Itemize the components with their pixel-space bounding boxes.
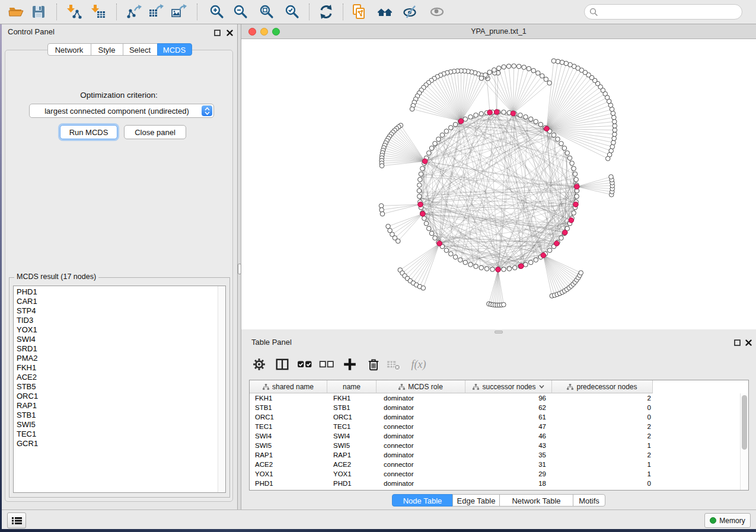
column-header-successor-nodes[interactable]: successor nodes	[465, 380, 552, 393]
tab-node-table[interactable]: Node Table	[392, 494, 453, 507]
table-row[interactable]: YOX1YOX1connector291	[250, 469, 741, 479]
table-scrollbar[interactable]	[740, 393, 748, 490]
float-window-icon[interactable]	[733, 338, 741, 347]
hide-selected-eye-slash-icon[interactable]	[401, 2, 421, 22]
table-row[interactable]: PHD1PHD1dominator180	[250, 479, 741, 488]
mcds-result-list[interactable]: PHD1CAR1STP4TID3YOX1SWI4SRD1PMA2FKH1ACE2…	[13, 286, 226, 493]
table-cell: dominator	[377, 403, 465, 412]
search-input[interactable]	[598, 7, 742, 17]
sort-chevron-icon	[539, 384, 544, 389]
column-header-mcds-role[interactable]: MCDS role	[377, 380, 465, 393]
zoom-in-icon[interactable]	[207, 2, 227, 22]
zoom-out-icon[interactable]	[231, 2, 251, 22]
tab-style[interactable]: Style	[91, 43, 123, 56]
optimization-criterion-dropdown[interactable]: largest connected component (undirected)	[29, 104, 214, 118]
delete-column-trash-icon[interactable]	[365, 355, 382, 373]
deselect-all-icon[interactable]	[318, 355, 336, 373]
add-column-icon[interactable]	[341, 355, 359, 373]
close-panel-icon[interactable]	[744, 338, 752, 347]
hierarchy-icon	[398, 384, 405, 390]
first-neighbors-houses-icon[interactable]	[375, 2, 395, 22]
close-panel-icon[interactable]	[225, 28, 234, 37]
search-box[interactable]	[584, 4, 742, 20]
mcds-result-item[interactable]: PHD1	[14, 287, 218, 297]
table-row[interactable]: FKH1FKH1dominator962	[250, 393, 741, 403]
tab-network[interactable]: Network	[47, 43, 91, 56]
mcds-result-item[interactable]: SWI4	[14, 335, 218, 344]
horizontal-splitter[interactable]	[241, 329, 756, 335]
mcds-result-item[interactable]: YOX1	[14, 325, 218, 335]
import-network-icon[interactable]	[64, 2, 84, 22]
mcds-result-item[interactable]: ACE2	[14, 373, 218, 382]
mcds-result-item[interactable]: ORC1	[14, 392, 218, 401]
network-graph[interactable]	[241, 39, 756, 329]
tab-network-table[interactable]: Network Table	[499, 494, 573, 507]
vertical-splitter[interactable]	[237, 24, 241, 509]
export-network-icon[interactable]	[124, 2, 144, 22]
control-panel-header: Control Panel	[2, 24, 237, 40]
hierarchy-icon	[263, 384, 269, 390]
function-builder-icon-disabled[interactable]: f(x)	[410, 355, 428, 373]
refresh-icon[interactable]	[316, 2, 336, 22]
mcds-result-item[interactable]: SRD1	[14, 344, 218, 354]
mcds-result-item[interactable]: RAP1	[14, 401, 218, 411]
zoom-fit-icon[interactable]	[257, 2, 277, 22]
show-all-eye-icon[interactable]	[427, 2, 447, 22]
open-folder-icon[interactable]	[6, 2, 26, 22]
import-table-icon[interactable]	[88, 2, 109, 22]
mcds-result-item[interactable]: FKH1	[14, 363, 218, 373]
tab-edge-table[interactable]: Edge Table	[452, 494, 500, 507]
table-row[interactable]: ORC1ORC1dominator610	[250, 412, 741, 422]
table-cell: 43	[465, 441, 552, 450]
delete-table-icon-disabled[interactable]	[385, 355, 403, 373]
memory-button[interactable]: Memory	[704, 513, 751, 528]
mcds-result-item[interactable]: STB5	[14, 382, 218, 392]
mcds-result-item[interactable]: SWI5	[14, 420, 218, 430]
run-mcds-button[interactable]: Run MCDS	[60, 125, 117, 139]
table-panel-header: Table Panel	[241, 335, 756, 350]
table-row[interactable]: ACE2ACE2connector311	[250, 460, 741, 469]
table-cell: STB1	[327, 403, 377, 412]
mcds-result-item[interactable]: CAR1	[14, 297, 218, 306]
table-row[interactable]: STB1STB1dominator620	[250, 403, 741, 412]
select-all-icon[interactable]	[296, 355, 314, 373]
save-icon[interactable]	[28, 2, 49, 22]
column-header-name[interactable]: name	[327, 380, 377, 393]
settings-gear-icon[interactable]	[250, 355, 268, 373]
mcds-result-item[interactable]: STB1	[14, 411, 218, 420]
new-network-from-selection-icon[interactable]	[349, 2, 369, 22]
table-cell: YOX1	[250, 469, 327, 479]
memory-status-dot	[710, 517, 716, 524]
mcds-result-title: MCDS result (17 nodes)	[14, 273, 98, 281]
table-row[interactable]: RAP1RAP1dominator352	[250, 450, 741, 460]
column-header-shared-name[interactable]: shared name	[250, 380, 327, 393]
mcds-result-item[interactable]: TEC1	[14, 430, 218, 439]
table-cell: ORC1	[250, 412, 327, 422]
table-row[interactable]: TEC1TEC1connector472	[250, 422, 741, 431]
mcds-list-scrollbar[interactable]	[218, 286, 225, 492]
zoom-selected-icon[interactable]	[282, 2, 302, 22]
search-icon	[589, 8, 598, 17]
scrollbar-thumb[interactable]	[742, 395, 747, 450]
float-window-icon[interactable]	[213, 28, 221, 37]
column-header-predecessor-nodes[interactable]: predecessor nodes	[552, 380, 653, 393]
table-row[interactable]: SWI5SWI5connector431	[250, 441, 741, 450]
show-column-panel-icon[interactable]	[273, 355, 291, 373]
export-table-icon[interactable]	[146, 2, 166, 22]
mcds-result-item[interactable]: STP4	[14, 306, 218, 316]
table-cell: STB1	[250, 403, 327, 412]
control-panel-title: Control Panel	[8, 24, 55, 40]
network-window-titlebar[interactable]: YPA_prune.txt_1	[241, 24, 756, 39]
table-row[interactable]: SWI4SWI4dominator462	[250, 431, 741, 441]
close-panel-button[interactable]: Close panel	[124, 125, 186, 139]
export-image-icon[interactable]	[168, 2, 189, 22]
splitter-handle[interactable]	[495, 331, 503, 334]
tab-mcds[interactable]: MCDS	[157, 43, 192, 56]
mcds-result-item[interactable]: TID3	[14, 316, 218, 325]
mcds-result-item[interactable]: PMA2	[14, 354, 218, 363]
mcds-result-item[interactable]: GCR1	[14, 439, 218, 448]
tab-motifs[interactable]: Motifs	[573, 494, 605, 507]
tab-select[interactable]: Select	[123, 43, 158, 56]
task-history-button[interactable]	[7, 512, 26, 528]
network-canvas[interactable]	[241, 39, 756, 329]
